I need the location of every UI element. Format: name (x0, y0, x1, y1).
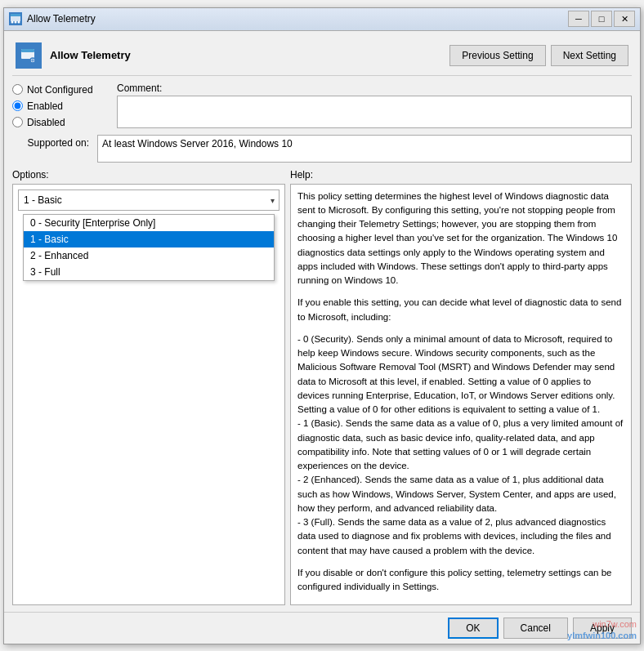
dropdown-item-full[interactable]: 3 - Full (24, 264, 274, 280)
svg-point-2 (11, 21, 14, 24)
options-panel: 1 - Basic ▾ 0 - Security [Enterprise Onl… (12, 184, 285, 605)
comment-textarea[interactable] (117, 96, 632, 128)
previous-setting-button[interactable]: Previous Setting (449, 45, 545, 66)
help-para-1: This policy setting determines the highe… (297, 190, 624, 288)
not-configured-option[interactable]: Not Configured (12, 84, 110, 96)
disabled-option[interactable]: Disabled (12, 117, 110, 128)
window-icon (9, 12, 22, 25)
minimize-button[interactable]: ─ (568, 11, 589, 27)
help-para-3: - 0 (Security). Sends only a minimal amo… (297, 332, 624, 558)
header-row: Allow Telemetry Previous Setting Next Se… (12, 38, 632, 76)
enabled-label: Enabled (27, 100, 63, 112)
dropdown-item-enhanced[interactable]: 2 - Enhanced (24, 247, 274, 264)
svg-point-4 (18, 21, 20, 24)
enabled-radio[interactable] (12, 100, 23, 111)
maximize-button[interactable]: □ (591, 11, 612, 27)
not-configured-label: Not Configured (27, 84, 93, 96)
close-button[interactable]: ✕ (614, 11, 635, 27)
window-title: Allow Telemetry (27, 13, 568, 25)
title-bar: Allow Telemetry ─ □ ✕ (4, 8, 640, 31)
comment-area: Comment: (117, 82, 632, 128)
options-label: Options: (12, 169, 290, 181)
content-area: Allow Telemetry Previous Setting Next Se… (4, 31, 640, 612)
dropdown-container: 1 - Basic ▾ 0 - Security [Enterprise Onl… (18, 190, 280, 211)
dropdown-popup: 0 - Security [Enterprise Only] 1 - Basic… (23, 214, 275, 281)
lower-labels: Options: Help: (12, 169, 632, 181)
dropdown-item-security[interactable]: 0 - Security [Enterprise Only] (24, 215, 274, 231)
next-setting-button[interactable]: Next Setting (551, 45, 628, 66)
telemetry-dropdown[interactable]: 1 - Basic (18, 190, 280, 211)
radio-group: Not Configured Enabled Disabled (12, 82, 110, 128)
ok-button[interactable]: OK (448, 618, 498, 639)
window-controls: ─ □ ✕ (568, 11, 635, 27)
supported-label: Supported on: (12, 135, 94, 149)
help-label: Help: (290, 169, 632, 181)
header-icon (16, 42, 42, 69)
disabled-label: Disabled (27, 117, 65, 128)
comment-label: Comment: (117, 82, 632, 94)
supported-row: Supported on: At least Windows Server 20… (12, 135, 632, 163)
supported-value: At least Windows Server 2016, Windows 10 (97, 135, 632, 163)
bottom-bar: OK Cancel Apply (4, 612, 640, 644)
dropdown-item-basic[interactable]: 1 - Basic (24, 231, 274, 247)
disabled-radio[interactable] (12, 117, 23, 127)
svg-rect-6 (21, 49, 34, 52)
help-para-4: If you disable or don't configure this p… (297, 566, 624, 595)
svg-rect-1 (11, 14, 20, 16)
svg-point-3 (15, 21, 17, 24)
enabled-option[interactable]: Enabled (12, 100, 110, 112)
policy-title: Allow Telemetry (50, 49, 449, 61)
cancel-button[interactable]: Cancel (503, 618, 568, 639)
not-configured-radio[interactable] (12, 84, 23, 95)
apply-button[interactable]: Apply (573, 618, 632, 639)
help-para-2: If you enable this setting, you can deci… (297, 296, 624, 324)
lower-panels: 1 - Basic ▾ 0 - Security [Enterprise Onl… (12, 184, 632, 605)
nav-buttons: Previous Setting Next Setting (449, 45, 628, 66)
config-section: Not Configured Enabled Disabled Comment: (12, 82, 632, 128)
help-panel: This policy setting determines the highe… (290, 184, 632, 605)
